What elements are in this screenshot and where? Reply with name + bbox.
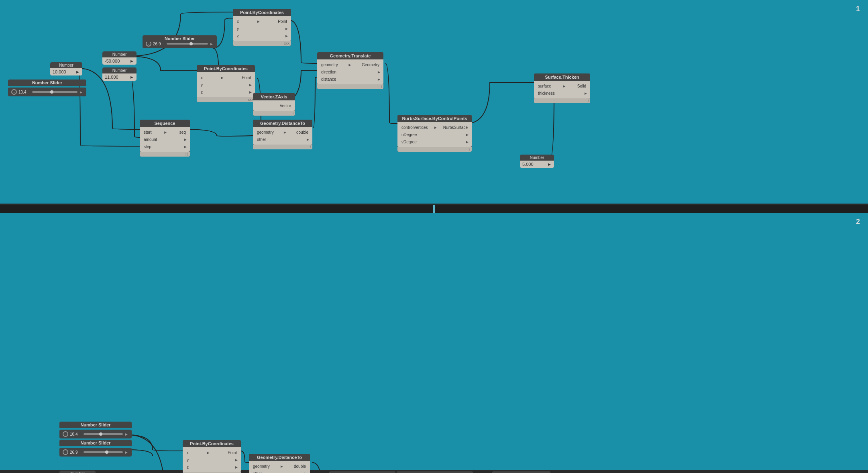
geom-translate-1-row-geom: geometry ► Geometry [317, 61, 383, 68]
geom-dist-1-header: Geometry.DistanceTo [253, 120, 312, 127]
surface-thicken-1: Surface.Thicken surface ► Solid thicknes… [534, 73, 590, 103]
b-slider-2-circle[interactable]: ⌄ [63, 449, 68, 455]
b-pbc-A-port-y: y [185, 458, 190, 462]
port-label-y2: y [199, 83, 204, 87]
b-number-A-header: Number [59, 471, 96, 473]
number-1-value: -50.000 [105, 59, 120, 63]
b-geom-dist-port-geometry: geometry [251, 464, 271, 469]
geom-trans-port-geometry: geometry [320, 63, 340, 67]
geometry-translate-1: Geometry.Translate geometry ► Geometry d… [317, 52, 383, 89]
number-3-value-row: 11.000 ► [102, 73, 137, 81]
nurbs-port-v: vDegree [400, 140, 418, 144]
port-out-point2: Point [240, 75, 253, 80]
port-label-z2: z [199, 90, 204, 94]
slider-expand-icon[interactable]: ⌄ [146, 41, 151, 47]
st1-port-surface: surface [536, 84, 553, 88]
b-number-slider-1[interactable]: ⌄ 10.4 ► [59, 430, 132, 438]
geom-translate-1-row-dir: direction ► [317, 68, 383, 75]
vector-port-out: Vector [278, 104, 293, 108]
nurbs-surface-1: NurbsSurface.ByControlPoints controlVert… [397, 115, 472, 152]
point-by-coord-1-body: x ► Point y ► z ► [233, 16, 291, 41]
b-geom-dist: Geometry.DistanceTo geometry ► double ot… [249, 454, 310, 473]
section-label-1: 1 [856, 5, 860, 13]
geom-trans-port-out: Geometry [360, 63, 381, 67]
surface-thicken-1-body: surface ► Solid thickness ► [534, 81, 590, 98]
b-geom-dist-header: Geometry.DistanceTo [249, 454, 310, 461]
b-geom-trans-header: Geometry.Translate [329, 471, 395, 473]
b-geom-translate: Geometry.Translate geometry ► Geometry d… [329, 471, 395, 473]
port-label-x2: x [199, 75, 204, 80]
geom-dist-1-body: geometry ► double other ► [253, 127, 312, 145]
geometry-distance-to-1: Geometry.DistanceTo geometry ► double ot… [253, 120, 312, 149]
number-slider-2-left[interactable]: ⌄ 10.4 ► [8, 88, 86, 96]
point-by-coord-1: Point.ByCoordinates x ► Point y ► z ► xx… [233, 9, 291, 46]
surface-thicken-1-row-surface: surface ► Solid [534, 82, 590, 90]
canvas-bottom: 2 Number Slider ⌄ 10.4 ► [0, 213, 868, 470]
point-by-coord-2-footer: xxx [197, 97, 255, 102]
geom-translate-1-row-dist: distance ► [317, 75, 383, 83]
point-by-coord-1-row-z: z ► [233, 32, 291, 39]
b-pbc-A-body: x ► Point y ► z ► [183, 447, 241, 472]
b-geom-dist-body: geometry ► double other ► [249, 461, 310, 473]
port-label-y1: y [235, 27, 240, 31]
sequence-1-row-step: step ► [140, 143, 190, 150]
surface-thicken-1-footer: i [534, 98, 590, 103]
number-2-value-row: 10.000 ► [50, 68, 82, 75]
slider-2-header: Number Slider [8, 80, 86, 86]
b-nurbs-surface: NurbsSurface.ByControlPoints controlVert… [397, 471, 473, 473]
number-3-arrow: ► [130, 75, 134, 80]
slider-2-expand-icon[interactable]: ⌄ [11, 89, 17, 95]
b-pbc-A-port-out: Point [226, 451, 238, 455]
b-slider-2-track[interactable] [84, 451, 123, 453]
slider-2-track[interactable] [32, 91, 77, 93]
b-slider-1-arrow[interactable]: ► [124, 432, 128, 436]
number-1-value-row: -50.000 ► [102, 57, 137, 65]
slider-1-track[interactable] [167, 43, 208, 45]
b-slider-1-track[interactable] [84, 433, 123, 435]
slider-1-thumb[interactable] [189, 42, 193, 45]
geom-dist-port-other: other [255, 137, 268, 142]
st1-port-thickness: thickness [536, 91, 556, 96]
b-slider-2-value: 26.9 [70, 450, 82, 455]
geom-trans-port-direction: direction [320, 70, 338, 74]
number-5-value-row: 5.000 ► [520, 161, 554, 168]
nurbs-1-footer: i [397, 147, 472, 152]
b-slider-2-header: Number Slider [59, 440, 132, 446]
slider-2-thumb[interactable] [50, 90, 53, 94]
b-slider-2-arrow[interactable]: ► [124, 450, 128, 455]
b-geom-dist-port-double: double [292, 464, 308, 469]
sequence-1-row-amount: amount ► [140, 136, 190, 143]
slider-1-arrow[interactable]: ► [210, 42, 214, 46]
b-slider-1-circle[interactable]: ⌄ [63, 431, 68, 437]
b-point-by-coord-A: Point.ByCoordinates x ► Point y ► z ► xx… [183, 440, 241, 473]
nurbs-1-body: controlVertices ► NurbsSurface uDegree ►… [397, 122, 472, 147]
number-1-header: Number [102, 51, 137, 57]
point-by-coord-1-header: Point.ByCoordinates [233, 9, 291, 16]
nurbs-port-cv: controlVertices [400, 125, 430, 130]
number-2-arrow: ► [75, 69, 80, 74]
sequence-node-1: Sequence start ► seq amount ► step ► ||| [140, 120, 190, 157]
number-node-1: Number -50.000 ► [102, 51, 137, 65]
b-number-slider-2[interactable]: ⌄ 26.9 ► [59, 448, 132, 457]
b-slider-2-thumb[interactable] [105, 451, 108, 454]
b-slider-1-thumb[interactable] [99, 432, 102, 436]
b-st-header: Surface.Thicken [492, 471, 550, 473]
connections-svg-top [0, 0, 868, 204]
vector-zaxis-1: Vector.ZAxis Vector i [253, 93, 295, 116]
vector-zaxis-1-row: Vector [253, 102, 295, 109]
seq-port-amount: amount [142, 137, 159, 142]
point-by-coord-1-row-y: y ► [233, 25, 291, 32]
vector-zaxis-1-header: Vector.ZAxis [253, 93, 295, 100]
b-geom-dist-row-other: other ► [249, 470, 310, 473]
point-by-coord-2-row-z: z ► [197, 88, 255, 96]
nurbs-1-row-v: vDegree ► [397, 138, 472, 145]
slider-2-value: 10.4 [18, 90, 31, 94]
section-label-2: 2 [856, 218, 860, 226]
number-5-header: Number [520, 155, 554, 161]
slider-1-header: Number Slider [143, 35, 217, 42]
slider-2-arrow[interactable]: ► [79, 90, 83, 94]
geom-translate-1-body: geometry ► Geometry direction ► distance… [317, 59, 383, 84]
seq-port-start: start [142, 130, 153, 135]
geom-dist-1-row-geom: geometry ► double [253, 128, 312, 136]
nurbs-port-u: uDegree [400, 133, 418, 137]
